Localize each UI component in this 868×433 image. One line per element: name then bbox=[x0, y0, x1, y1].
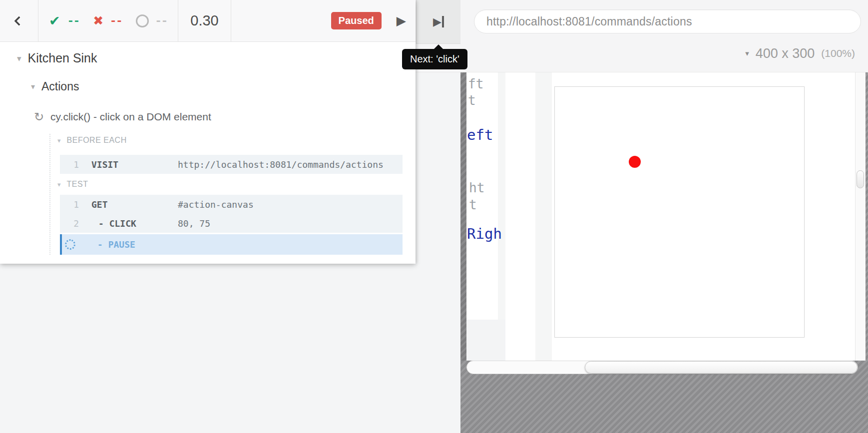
hook-guide-line bbox=[49, 134, 50, 255]
hook-label: TEST bbox=[67, 180, 88, 189]
run-timer: 0.30 bbox=[178, 0, 231, 41]
aut-iframe: ft t eft ht t Righ bbox=[466, 72, 866, 361]
reporter-card: ✔ -- ✖ -- -- 0.30 Paused ▶ ▾ Kitchen Sin… bbox=[0, 0, 416, 264]
hook-before-each[interactable]: ▾ BEFORE EACH bbox=[57, 136, 127, 145]
command-name: - PAUSE bbox=[97, 239, 135, 250]
paused-badge: Paused bbox=[331, 12, 382, 29]
viewport-menu[interactable]: ▾ 400 x 300 (100%) bbox=[745, 44, 855, 63]
suite-actions[interactable]: ▾ Actions bbox=[31, 80, 79, 93]
caret-down-icon: ▾ bbox=[31, 82, 35, 91]
command-click[interactable]: 2 - CLICK 80, 75 bbox=[60, 214, 403, 233]
viewport-zoom: (100%) bbox=[821, 47, 855, 59]
horizontal-scrollbar-thumb[interactable] bbox=[585, 361, 858, 374]
clipped-text: t bbox=[468, 93, 476, 108]
chevron-left-icon bbox=[14, 16, 24, 26]
passed-icon: ✔ bbox=[49, 13, 60, 28]
click-dot bbox=[629, 156, 641, 168]
address-bar[interactable]: http://localhost:8081/commands/actions bbox=[474, 9, 861, 33]
horizontal-scrollbar[interactable] bbox=[466, 361, 858, 374]
clipped-text: ht bbox=[469, 180, 484, 195]
clipped-link: Righ bbox=[467, 225, 502, 242]
page-block bbox=[466, 320, 505, 361]
step-next-bar bbox=[442, 16, 444, 27]
page-gutter bbox=[535, 72, 552, 361]
aut-backdrop: ft t eft ht t Righ bbox=[460, 72, 868, 433]
command-value: #action-canvas bbox=[178, 199, 254, 210]
hook-label: BEFORE EACH bbox=[67, 136, 127, 145]
command-number: 1 bbox=[60, 159, 79, 170]
command-name: - CLICK bbox=[91, 218, 178, 229]
suite-title: Kitchen Sink bbox=[28, 51, 97, 65]
command-number: 2 bbox=[60, 218, 79, 229]
step-next-button[interactable]: ▶ bbox=[416, 0, 460, 44]
caret-down-icon: ▾ bbox=[57, 181, 61, 188]
command-visit[interactable]: 1 VISIT http://localhost:8081/commands/a… bbox=[60, 155, 403, 174]
caret-down-icon: ▾ bbox=[17, 53, 21, 63]
spinner-icon bbox=[63, 238, 77, 251]
resume-button[interactable]: ▶ bbox=[397, 14, 406, 27]
tooltip-text: Next: 'click' bbox=[410, 53, 459, 64]
command-log: ▾ Kitchen Sink ▾ Actions ↻ cy.click() - … bbox=[0, 42, 416, 264]
clipped-link: eft bbox=[467, 126, 493, 143]
failed-count: -- bbox=[110, 14, 122, 27]
address-url: http://localhost:8081/commands/actions bbox=[486, 15, 692, 28]
command-value: http://localhost:8081/commands/actions bbox=[178, 159, 384, 170]
vertical-scrollbar[interactable] bbox=[855, 72, 866, 361]
chevron-down-icon: ▾ bbox=[745, 49, 749, 58]
command-number: 1 bbox=[60, 199, 79, 210]
viewport-size: 400 x 300 bbox=[756, 46, 815, 61]
back-button[interactable] bbox=[0, 0, 38, 41]
caret-down-icon: ▾ bbox=[57, 137, 61, 144]
test-row[interactable]: ↻ cy.click() - click on a DOM element bbox=[34, 110, 211, 124]
command-pause[interactable]: - PAUSE bbox=[60, 234, 403, 255]
passed-count: -- bbox=[67, 14, 80, 27]
pending-count: -- bbox=[155, 14, 168, 27]
failed-icon: ✖ bbox=[93, 13, 103, 28]
suite-title: Actions bbox=[41, 80, 79, 93]
clipped-text: ft bbox=[468, 76, 483, 91]
hook-test[interactable]: ▾ TEST bbox=[57, 180, 88, 189]
command-name: VISIT bbox=[91, 159, 178, 170]
pending-icon bbox=[136, 14, 149, 27]
reporter-toolbar: ✔ -- ✖ -- -- 0.30 Paused ▶ bbox=[0, 0, 416, 42]
command-name: GET bbox=[91, 199, 178, 210]
aut-header: http://localhost:8081/commands/actions ▾… bbox=[416, 0, 868, 72]
test-stats: ✔ -- ✖ -- -- bbox=[38, 0, 178, 41]
next-step-tooltip: Next: 'click' bbox=[402, 49, 467, 69]
restart-icon: ↻ bbox=[34, 110, 44, 124]
suite-kitchen-sink[interactable]: ▾ Kitchen Sink bbox=[17, 51, 97, 65]
command-value: 80, 75 bbox=[178, 218, 210, 229]
clipped-text: t bbox=[469, 197, 477, 212]
action-canvas[interactable] bbox=[554, 86, 805, 338]
page-gutter bbox=[498, 72, 505, 361]
step-next-icon: ▶ bbox=[433, 16, 441, 27]
vertical-scrollbar-thumb[interactable] bbox=[857, 170, 864, 188]
command-get[interactable]: 1 GET #action-canvas bbox=[60, 195, 403, 214]
test-title: cy.click() - click on a DOM element bbox=[50, 111, 211, 123]
